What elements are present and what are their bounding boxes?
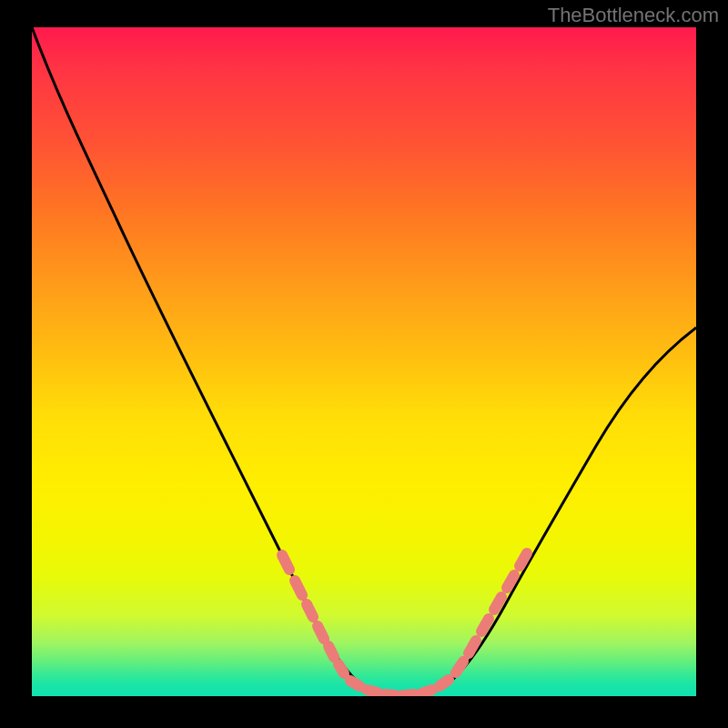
- bottleneck-curve-left: [32, 27, 405, 696]
- dash-right-icon: [494, 597, 501, 610]
- dash-left-icon: [318, 626, 324, 639]
- highlight-dashes: [282, 553, 527, 695]
- dash-right-icon: [456, 662, 463, 672]
- curve-overlay: [32, 27, 696, 696]
- dash-right-icon: [507, 575, 514, 588]
- dash-valley-icon: [350, 681, 359, 686]
- dash-right-icon: [481, 619, 489, 632]
- dash-valley-icon: [385, 694, 396, 695]
- dash-valley-icon: [367, 690, 378, 693]
- plot-area: [32, 27, 696, 696]
- chart-container: TheBottleneck.com: [0, 0, 728, 728]
- dash-left-icon: [307, 604, 313, 617]
- dash-right-icon: [469, 641, 476, 653]
- bottleneck-curve-right: [405, 328, 696, 696]
- dash-valley-icon: [421, 690, 432, 693]
- dash-valley-icon: [440, 680, 449, 686]
- dash-left-icon: [329, 646, 334, 657]
- watermark-text: TheBottleneck.com: [548, 4, 719, 27]
- dash-left-icon: [282, 555, 289, 570]
- dash-valley-icon: [403, 694, 414, 695]
- dash-left-icon: [339, 664, 344, 673]
- dash-left-icon: [295, 581, 302, 595]
- dash-right-icon: [520, 553, 527, 566]
